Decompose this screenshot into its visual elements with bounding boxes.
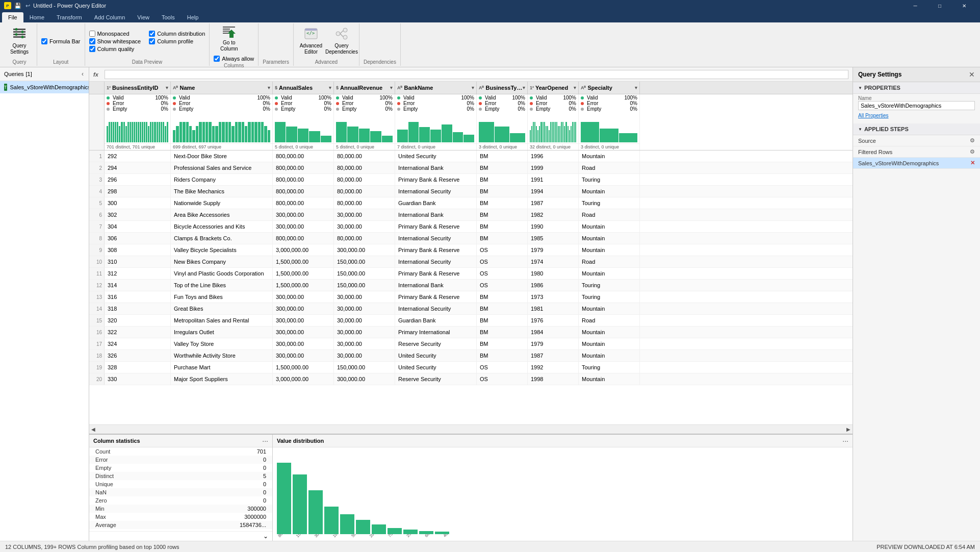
profile-col-7: Valid100% Error0% Empty0% 3 distinct, 0 … — [579, 94, 640, 150]
profile-bar — [202, 122, 205, 142]
all-properties-link[interactable]: All Properties — [853, 112, 980, 119]
table-row[interactable]: 6302Area Bike Accessories300,000.0030,00… — [89, 209, 853, 221]
stats-expand-btn[interactable]: ⌄ — [263, 533, 268, 540]
table-cell: Mountain — [579, 268, 640, 279]
applied-step-item[interactable]: Source⚙ — [853, 135, 980, 146]
tab-transform[interactable]: Transform — [50, 12, 88, 22]
query-dependencies-btn[interactable]: QueryDependencies — [328, 24, 355, 56]
table-row[interactable]: 10310New Bikes Company1,500,000.00150,00… — [89, 256, 853, 268]
monospaced-checkbox[interactable] — [89, 31, 95, 37]
column-distribution-check[interactable]: Column distribution — [149, 31, 205, 37]
col-filter-annualsales[interactable]: ▾ — [329, 85, 331, 90]
column-profile-checkbox[interactable] — [149, 38, 155, 44]
table-row[interactable]: 11312Vinyl and Plastic Goods Corporation… — [89, 268, 853, 280]
always-allow-checkbox[interactable] — [214, 56, 220, 62]
col-header-name[interactable]: AᴮName▾ — [171, 82, 273, 94]
col-header-annualsales[interactable]: $AnnualSales▾ — [273, 82, 334, 94]
col-filter-bankname[interactable]: ▾ — [472, 85, 474, 90]
table-row[interactable]: 4298The Bike Mechanics800,000.0080,000.0… — [89, 186, 853, 197]
table-row[interactable]: 12314Top of the Line Bikes1,500,000.0015… — [89, 280, 853, 291]
col-header-annualrevenue[interactable]: $AnnualRevenue▾ — [334, 82, 395, 94]
table-cell: 30,000.00 — [334, 315, 395, 326]
profile-bar — [130, 122, 131, 142]
col-header-yearopened[interactable]: 1²YearOpened▾ — [528, 82, 579, 94]
col-filter-annualrevenue[interactable]: ▾ — [390, 85, 393, 90]
table-cell: 1986 — [528, 280, 579, 291]
query-item[interactable]: TSales_vStoreWithDemographics — [0, 81, 89, 93]
always-allow-check[interactable]: Always allow — [214, 55, 254, 62]
table-row[interactable]: 8306Clamps & Brackets Co.800,000.0080,00… — [89, 233, 853, 244]
column-stats-more-btn[interactable]: ··· — [262, 437, 268, 445]
table-row[interactable]: 13316Fun Toys and Bikes300,000.0030,000.… — [89, 291, 853, 303]
table-row[interactable]: 5300Nationwide Supply800,000.0080,000.00… — [89, 197, 853, 209]
col-header-businessentityid[interactable]: 1²BusinessEntityID▾ — [105, 82, 171, 94]
step-gear-icon[interactable]: ⚙ — [970, 137, 975, 144]
table-row[interactable]: 17324Valley Toy Store300,000.0030,000.00… — [89, 338, 853, 350]
tab-help[interactable]: Help — [181, 12, 205, 22]
quick-save[interactable]: 💾 — [14, 3, 21, 9]
advanced-editor-btn[interactable]: </> AdvancedEditor — [298, 24, 324, 56]
applied-step-item[interactable]: Filtered Rows⚙ — [853, 146, 980, 158]
table-cell: 1984 — [528, 327, 579, 338]
show-whitespace-checkbox[interactable] — [89, 38, 95, 44]
table-row[interactable]: 14318Great Bikes300,000.0030,000.00Inter… — [89, 303, 853, 315]
query-settings-btn[interactable]: QuerySettings — [6, 24, 33, 56]
table-row[interactable]: 9308Valley Bicycle Specialists3,000,000.… — [89, 244, 853, 256]
minimize-btn[interactable]: ─ — [904, 0, 927, 11]
col-header-specialty[interactable]: AᴮSpecialty▾ — [579, 82, 640, 94]
formula-bar-check[interactable]: Formula Bar — [41, 38, 81, 44]
column-profile-check[interactable]: Column profile — [149, 38, 205, 44]
step-delete-icon[interactable]: ✕ — [970, 160, 975, 166]
table-row[interactable]: 20330Major Sport Suppliers3,000,000.0030… — [89, 373, 853, 385]
col-header-businesstype[interactable]: AᴮBusinessType▾ — [477, 82, 528, 94]
col-filter-businessentityid[interactable]: ▾ — [166, 85, 168, 90]
table-row[interactable]: 3296Riders Company800,000.0080,000.00Pri… — [89, 174, 853, 186]
tab-add-column[interactable]: Add Column — [88, 12, 132, 22]
maximize-btn[interactable]: □ — [928, 0, 951, 11]
profile-bar — [152, 122, 153, 142]
table-row[interactable]: 2294Professional Sales and Service800,00… — [89, 162, 853, 174]
table-row[interactable]: 16322Irregulars Outlet300,000.0030,000.0… — [89, 327, 853, 338]
go-to-column-btn[interactable]: Go toColumn — [214, 24, 244, 53]
table-row[interactable]: 19328Purchase Mart1,500,000.00150,000.00… — [89, 362, 853, 373]
table-row[interactable]: 18326Worthwhile Activity Store300,000.00… — [89, 350, 853, 362]
collapse-queries-btn[interactable]: ‹ — [81, 69, 85, 79]
column-quality-checkbox[interactable] — [89, 46, 95, 52]
value-dist-x-label: 1000000 — [332, 534, 345, 538]
applied-step-item[interactable]: Sales_vStoreWithDemographics✕ — [853, 158, 980, 169]
data-body[interactable]: 1292Next-Door Bike Store800,000.0080,000… — [89, 150, 853, 424]
tab-file[interactable]: File — [2, 12, 23, 22]
column-distribution-checkbox[interactable] — [149, 31, 155, 37]
col-filter-specialty[interactable]: ▾ — [635, 85, 637, 90]
col-filter-businesstype[interactable]: ▾ — [523, 85, 525, 90]
value-dist-more-btn[interactable]: ··· — [842, 437, 848, 445]
profile-bar — [115, 122, 116, 142]
right-panel-close-btn[interactable]: ✕ — [969, 70, 975, 79]
tab-view[interactable]: View — [131, 12, 156, 22]
table-cell: Area Bike Accessories — [171, 209, 273, 220]
scroll-right-btn[interactable]: ▶ — [846, 426, 850, 432]
formula-bar-checkbox[interactable] — [41, 38, 47, 44]
table-row[interactable]: 7304Bicycle Accessories and Kits300,000.… — [89, 221, 853, 233]
table-row[interactable]: 1292Next-Door Bike Store800,000.0080,000… — [89, 150, 853, 162]
name-prop-input[interactable] — [858, 101, 975, 110]
tab-tools[interactable]: Tools — [156, 12, 181, 22]
formula-bar-input[interactable] — [105, 70, 848, 79]
profile-bar — [222, 122, 224, 142]
table-row[interactable]: 15320Metropolitan Sales and Rental300,00… — [89, 315, 853, 327]
show-whitespace-check[interactable]: Show whitespace — [89, 38, 141, 44]
quick-undo[interactable]: ↩ — [25, 3, 30, 9]
table-cell: Mountain — [579, 303, 640, 314]
col-header-bankname[interactable]: AᴮBankName▾ — [395, 82, 477, 94]
tab-home[interactable]: Home — [23, 12, 50, 22]
step-gear-icon[interactable]: ⚙ — [970, 148, 975, 155]
close-btn[interactable]: ✕ — [952, 0, 976, 11]
column-quality-check[interactable]: Column quality — [89, 46, 141, 52]
query-item-icon: T — [4, 84, 7, 91]
monospaced-check[interactable]: Monospaced — [89, 31, 141, 37]
scroll-left-btn[interactable]: ◀ — [91, 426, 95, 432]
col-filter-name[interactable]: ▾ — [268, 85, 270, 90]
table-cell: OS — [477, 362, 528, 373]
col-filter-yearopened[interactable]: ▾ — [574, 85, 576, 90]
profile-bar — [148, 126, 149, 142]
